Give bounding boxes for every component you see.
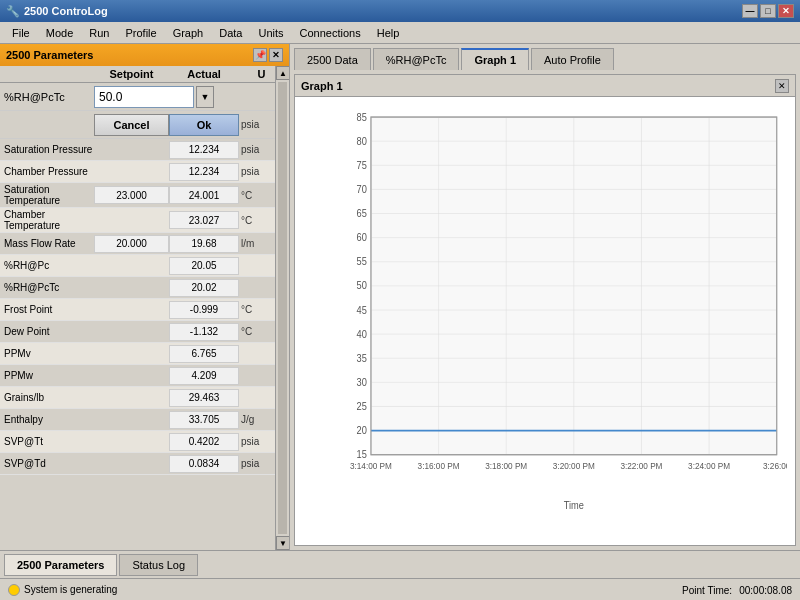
rh-setpoint-row: %RH@PcTc ▼ [0, 83, 275, 111]
main-area: 2500 Parameters 📌 ✕ Setpoint Actual U %R… [0, 44, 800, 550]
data-row: Grains/lb29.463 [0, 387, 275, 409]
row-label: PPMv [4, 348, 94, 359]
setpoint-input[interactable] [94, 86, 194, 108]
rh-input-area: ▼ [94, 86, 244, 108]
cancel-ok-row: Cancel Ok psia [0, 111, 275, 139]
tabs-bar: 2500 Data%RH@PcTcGraph 1Auto Profile [290, 44, 800, 70]
graph-close-button[interactable]: ✕ [775, 79, 789, 93]
row-actual: 0.0834 [169, 455, 239, 473]
menu-item-connections[interactable]: Connections [292, 25, 369, 41]
row-setpoint: 20.000 [94, 235, 169, 253]
scroll-down-button[interactable]: ▼ [276, 536, 289, 550]
data-row: SVP@Tt0.4202psia [0, 431, 275, 453]
bottom-tab-status-log[interactable]: Status Log [119, 554, 198, 576]
data-rows-container: Saturation Pressure12.234psiaChamber Pre… [0, 139, 275, 475]
data-row: Mass Flow Rate20.00019.68l/m [0, 233, 275, 255]
svg-text:3:26:00: 3:26:00 [763, 461, 787, 472]
row-actual: 20.02 [169, 279, 239, 297]
data-row: Dew Point-1.132°C [0, 321, 275, 343]
data-row: PPMw4.209 [0, 365, 275, 387]
pin-button[interactable]: 📌 [253, 48, 267, 62]
tab--rh-pctc[interactable]: %RH@PcTc [373, 48, 460, 70]
row-label: %RH@Pc [4, 260, 94, 271]
svg-text:15: 15 [357, 449, 368, 461]
menu-item-mode[interactable]: Mode [38, 25, 82, 41]
row-actual: 33.705 [169, 411, 239, 429]
close-button[interactable]: ✕ [778, 4, 794, 18]
minimize-button[interactable]: — [742, 4, 758, 18]
row-actual: 29.463 [169, 389, 239, 407]
svg-text:40: 40 [357, 328, 368, 340]
row-actual: 19.68 [169, 235, 239, 253]
rh-label: %RH@PcTc [4, 91, 94, 103]
row-unit: l/m [239, 238, 275, 249]
data-row: Enthalpy33.705J/g [0, 409, 275, 431]
svg-text:30: 30 [357, 376, 368, 388]
maximize-button[interactable]: □ [760, 4, 776, 18]
menu-bar: FileModeRunProfileGraphDataUnitsConnecti… [0, 22, 800, 44]
row-label: Chamber Temperature [4, 209, 94, 231]
graph-title-controls: ✕ [775, 79, 789, 93]
column-headers: Setpoint Actual U [0, 66, 275, 83]
row-label: Chamber Pressure [4, 166, 94, 177]
status-message: System is generating [24, 584, 117, 595]
panel-close-button[interactable]: ✕ [269, 48, 283, 62]
row-actual: 23.027 [169, 211, 239, 229]
params-table: Setpoint Actual U %RH@PcTc ▼ Cancel [0, 66, 275, 550]
tab-graph-1[interactable]: Graph 1 [461, 48, 529, 70]
row-unit: °C [239, 215, 275, 226]
svg-text:3:14:00 PM: 3:14:00 PM [350, 461, 392, 472]
app-title: 2500 ControLog [24, 5, 108, 17]
row-label: %RH@PcTc [4, 282, 94, 293]
scroll-thumb[interactable] [278, 82, 287, 534]
svg-text:35: 35 [357, 352, 368, 364]
menu-item-profile[interactable]: Profile [117, 25, 164, 41]
row-label: Frost Point [4, 304, 94, 315]
panel-header: 2500 Parameters 📌 ✕ [0, 44, 289, 66]
menu-item-file[interactable]: File [4, 25, 38, 41]
row-actual: -1.132 [169, 323, 239, 341]
menu-item-graph[interactable]: Graph [165, 25, 212, 41]
data-row: SVP@Td0.0834psia [0, 453, 275, 475]
menu-item-units[interactable]: Units [250, 25, 291, 41]
menu-item-data[interactable]: Data [211, 25, 250, 41]
row-label: Enthalpy [4, 414, 94, 425]
svg-text:3:24:00 PM: 3:24:00 PM [688, 461, 730, 472]
app-icon: 🔧 [6, 5, 20, 18]
status-left: System is generating [8, 584, 117, 596]
row-actual: 24.001 [169, 186, 239, 204]
menu-item-run[interactable]: Run [81, 25, 117, 41]
tab-2500-data[interactable]: 2500 Data [294, 48, 371, 70]
row-label: SVP@Td [4, 458, 94, 469]
svg-text:3:20:00 PM: 3:20:00 PM [553, 461, 595, 472]
menu-item-help[interactable]: Help [369, 25, 408, 41]
row-unit: psia [239, 166, 275, 177]
row-label: Saturation Temperature [4, 184, 94, 206]
data-row: Chamber Temperature23.027°C [0, 208, 275, 233]
col-u: U [239, 68, 275, 80]
dropdown-button[interactable]: ▼ [196, 86, 214, 108]
psia-label: psia [239, 119, 275, 130]
row-label: Mass Flow Rate [4, 238, 94, 249]
panel-title: 2500 Parameters [6, 49, 93, 61]
point-time-value: 00:00:08.08 [739, 585, 792, 596]
data-row: %RH@Pc20.05 [0, 255, 275, 277]
right-panel: 2500 Data%RH@PcTcGraph 1Auto Profile Gra… [290, 44, 800, 550]
status-indicator [8, 584, 20, 596]
scroll-up-button[interactable]: ▲ [276, 66, 289, 80]
bottom-tab-2500-parameters[interactable]: 2500 Parameters [4, 554, 117, 576]
cancel-button[interactable]: Cancel [94, 114, 169, 136]
ok-button[interactable]: Ok [169, 114, 239, 136]
scrollbar[interactable]: ▲ ▼ [275, 66, 289, 550]
svg-text:80: 80 [357, 135, 368, 147]
data-row: Chamber Pressure12.234psia [0, 161, 275, 183]
svg-text:Time: Time [564, 499, 585, 511]
row-label: SVP@Tt [4, 436, 94, 447]
row-label: PPMw [4, 370, 94, 381]
svg-text:45: 45 [357, 304, 368, 316]
row-unit: psia [239, 458, 275, 469]
tab-auto-profile[interactable]: Auto Profile [531, 48, 614, 70]
svg-text:3:18:00 PM: 3:18:00 PM [485, 461, 527, 472]
svg-text:55: 55 [357, 256, 368, 268]
row-actual: 6.765 [169, 345, 239, 363]
